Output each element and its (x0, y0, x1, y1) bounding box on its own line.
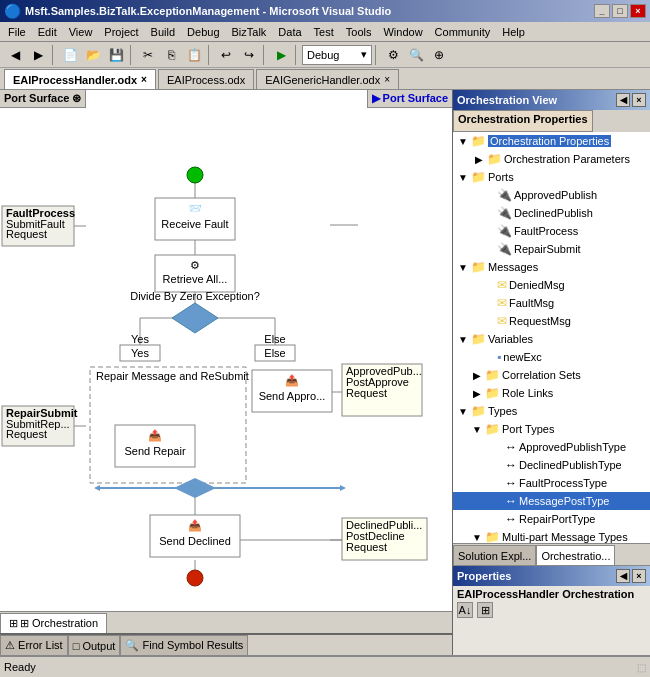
properties-panel: Properties ◀ × EAIProcessHandler Orchest… (453, 565, 650, 655)
tab-eaigeneric[interactable]: EAIGenericHandler.odx × (256, 69, 399, 89)
expand-rolelinks[interactable]: ▶ (469, 385, 485, 401)
tab-close-eaigeneric[interactable]: × (384, 74, 390, 85)
tree-fault-process[interactable]: 🔌 FaultProcess (453, 222, 650, 240)
properties-title: Properties (457, 570, 511, 582)
menu-build[interactable]: Build (145, 24, 181, 40)
props-auto-hide[interactable]: ◀ (616, 569, 630, 583)
new-file-button[interactable]: 📄 (59, 44, 81, 66)
menu-tools[interactable]: Tools (340, 24, 378, 40)
tree-orch-properties[interactable]: ▼ 📁 Orchestration Properties (453, 132, 650, 150)
tree-message-post-type[interactable]: ↔ MessagePostType (453, 492, 650, 510)
debug-config-dropdown[interactable]: Debug ▾ (302, 45, 372, 65)
orch-close[interactable]: × (632, 93, 646, 107)
menu-file[interactable]: File (2, 24, 32, 40)
expand-orch-params[interactable]: ▶ (471, 151, 487, 167)
tree-orch-params[interactable]: ▶ 📁 Orchestration Parameters (453, 150, 650, 168)
find-symbol-tab[interactable]: 🔍 Find Symbol Results (120, 635, 248, 655)
properties-toolbar: A↓ ⊞ (457, 602, 646, 618)
tree-declined-publish[interactable]: 🔌 DeclinedPublish (453, 204, 650, 222)
undo-button[interactable]: ↩ (215, 44, 237, 66)
folder-icon: 📁 (471, 134, 486, 148)
props-sort-icon[interactable]: A↓ (457, 602, 473, 618)
tree-fault-msg[interactable]: ✉ FaultMsg (453, 294, 650, 312)
copy-button[interactable]: ⎘ (160, 44, 182, 66)
tree-repair-submit[interactable]: 🔌 RepairSubmit (453, 240, 650, 258)
tree-ports[interactable]: ▼ 📁 Ports (453, 168, 650, 186)
menu-edit[interactable]: Edit (32, 24, 63, 40)
menu-debug[interactable]: Debug (181, 24, 225, 40)
right-panel: Orchestration View ◀ × Orchestration Pro… (452, 90, 650, 655)
expand-port-types[interactable]: ▼ (469, 421, 485, 437)
orchestration-view-tab[interactable]: Orchestratio... (536, 545, 615, 565)
tree-role-links[interactable]: ▶ 📁 Role Links (453, 384, 650, 402)
tree-approved-publish[interactable]: 🔌 ApprovedPublish (453, 186, 650, 204)
svg-text:Request: Request (6, 228, 47, 240)
back-button[interactable]: ◀ (4, 44, 26, 66)
tree-declined-publish-type[interactable]: ↔ DeclinedPublishType (453, 456, 650, 474)
orch-tree-panel[interactable]: ▼ 📁 Orchestration Properties ▶ 📁 Orchest… (453, 132, 650, 543)
menu-data[interactable]: Data (272, 24, 307, 40)
svg-text:Else: Else (264, 333, 285, 345)
toolbar-btn-extra1[interactable]: ⚙ (382, 44, 404, 66)
tree-correlation-sets[interactable]: ▶ 📁 Correlation Sets (453, 366, 650, 384)
tree-types[interactable]: ▼ 📁 Types (453, 402, 650, 420)
window-title: Msft.Samples.BizTalk.ExceptionManagement… (25, 5, 391, 17)
tab-eaiprocess-handler[interactable]: EAIProcessHandler.odx × (4, 69, 156, 89)
tree-approved-publish-type[interactable]: ↔ ApprovedPublishType (453, 438, 650, 456)
svg-text:📤: 📤 (148, 428, 162, 442)
minimize-button[interactable]: _ (594, 4, 610, 18)
redo-button[interactable]: ↪ (238, 44, 260, 66)
menu-biztalk[interactable]: BizTalk (226, 24, 273, 40)
tree-denied-msg[interactable]: ✉ DeniedMsg (453, 276, 650, 294)
menu-view[interactable]: View (63, 24, 99, 40)
tree-fault-process-type[interactable]: ↔ FaultProcessType (453, 474, 650, 492)
porttype-icon: ↔ (505, 512, 517, 526)
start-button[interactable]: ▶ (270, 44, 292, 66)
error-list-tab[interactable]: ⚠ Error List (0, 635, 68, 655)
expand-types[interactable]: ▼ (455, 403, 471, 419)
expand-variables[interactable]: ▼ (455, 331, 471, 347)
title-bar-controls[interactable]: _ □ × (594, 4, 646, 18)
paste-button[interactable]: 📋 (183, 44, 205, 66)
props-grid-icon[interactable]: ⊞ (477, 602, 493, 618)
menu-window[interactable]: Window (377, 24, 428, 40)
orchestration-tab[interactable]: ⊞ ⊞ Orchestration (0, 613, 107, 633)
message-icon: ✉ (497, 278, 507, 292)
menu-test[interactable]: Test (308, 24, 340, 40)
toolbar-btn-extra2[interactable]: 🔍 (405, 44, 427, 66)
forward-button[interactable]: ▶ (27, 44, 49, 66)
tab-close-eaiprocess-handler[interactable]: × (141, 74, 147, 85)
menu-help[interactable]: Help (496, 24, 531, 40)
expand-multi-part[interactable]: ▼ (469, 529, 485, 543)
menu-community[interactable]: Community (429, 24, 497, 40)
orch-auto-hide[interactable]: ◀ (616, 93, 630, 107)
expand-orch-properties[interactable]: ▼ (455, 133, 471, 149)
expand-correlation[interactable]: ▶ (469, 367, 485, 383)
maximize-button[interactable]: □ (612, 4, 628, 18)
menu-project[interactable]: Project (98, 24, 144, 40)
tree-port-types[interactable]: ▼ 📁 Port Types (453, 420, 650, 438)
porttype-icon: ↔ (505, 476, 517, 490)
save-button[interactable]: 💾 (105, 44, 127, 66)
tree-variables[interactable]: ▼ 📁 Variables (453, 330, 650, 348)
orch-properties-tab[interactable]: Orchestration Properties (453, 110, 593, 132)
open-button[interactable]: 📂 (82, 44, 104, 66)
port-icon: 🔌 (497, 188, 512, 202)
toolbar-btn-extra3[interactable]: ⊕ (428, 44, 450, 66)
title-bar: 🔵 Msft.Samples.BizTalk.ExceptionManageme… (0, 0, 650, 22)
orch-view-title: Orchestration View (457, 94, 557, 106)
expand-ports[interactable]: ▼ (455, 169, 471, 185)
expand-messages[interactable]: ▼ (455, 259, 471, 275)
solution-explorer-tab[interactable]: Solution Expl... (453, 545, 536, 565)
output-tab[interactable]: □ Output (68, 635, 121, 655)
props-close[interactable]: × (632, 569, 646, 583)
tree-messages[interactable]: ▼ 📁 Messages (453, 258, 650, 276)
tree-newexc[interactable]: ▪ newExc (453, 348, 650, 366)
tree-repair-port-type[interactable]: ↔ RepairPortType (453, 510, 650, 528)
port-icon: 🔌 (497, 206, 512, 220)
tree-multi-part-types[interactable]: ▼ 📁 Multi-part Message Types (453, 528, 650, 543)
close-button[interactable]: × (630, 4, 646, 18)
tree-request-msg[interactable]: ✉ RequestMsg (453, 312, 650, 330)
cut-button[interactable]: ✂ (137, 44, 159, 66)
tab-eaiprocess[interactable]: EAIProcess.odx (158, 69, 254, 89)
